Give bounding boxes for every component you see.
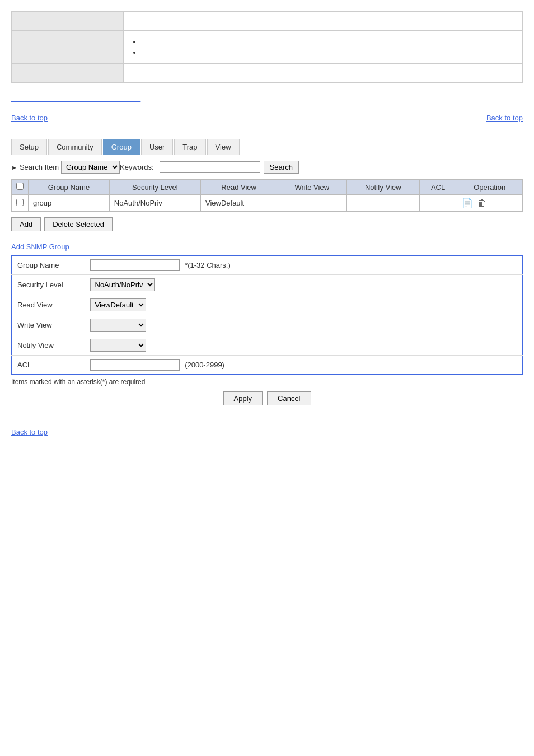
form-row-write-view: Write View ViewDefault <box>12 315 523 335</box>
row-operation: 📄 🗑 <box>457 195 522 212</box>
search-item-label: Search Item <box>20 163 59 171</box>
form-label-write-view: Write View <box>12 315 85 335</box>
search-bar: ► Search Item Group Name Keywords: Searc… <box>11 161 523 174</box>
add-snmp-group-section: Add SNMP Group Group Name *(1-32 Chars.)… <box>11 242 523 405</box>
back-to-top-right[interactable]: Back to top <box>486 114 523 122</box>
keywords-label: Keywords: <box>120 163 154 171</box>
col-security-level: Security Level <box>109 180 200 195</box>
edit-icon[interactable]: 📄 <box>462 198 473 208</box>
acl-input[interactable] <box>90 359 180 371</box>
form-label-acl: ACL <box>12 356 85 375</box>
security-level-select[interactable]: NoAuth/NoPriv Auth/NoPriv Auth/Priv <box>90 278 155 291</box>
write-view-select[interactable]: ViewDefault <box>90 319 146 332</box>
delete-selected-button[interactable]: Delete Selected <box>44 217 113 231</box>
form-row-read-view: Read View ViewDefault <box>12 295 523 315</box>
info-table <box>11 11 523 83</box>
form-label-notify-view: Notify View <box>12 335 85 356</box>
table-action-buttons: Add Delete Selected <box>11 217 523 231</box>
col-write-view: Write View <box>277 180 347 195</box>
col-read-view: Read View <box>200 180 277 195</box>
apply-button[interactable]: Apply <box>223 391 263 405</box>
row-write-view <box>277 195 347 212</box>
row-checkbox-cell <box>12 195 29 212</box>
row-group-name: group <box>29 195 110 212</box>
acl-hint: (2000-2999) <box>185 361 224 369</box>
table-row: group NoAuth/NoPriv ViewDefault 📄 🗑 <box>12 195 523 212</box>
col-group-name: Group Name <box>29 180 110 195</box>
col-checkbox <box>12 180 29 195</box>
add-form-title: Add SNMP Group <box>11 242 523 251</box>
top-link[interactable]: ________________________________ <box>11 94 140 102</box>
form-label-security-level: Security Level <box>12 275 85 295</box>
cancel-button[interactable]: Cancel <box>267 391 311 405</box>
row-security-level: NoAuth/NoPriv <box>109 195 200 212</box>
row-notify-view <box>347 195 420 212</box>
col-operation: Operation <box>457 180 522 195</box>
row-read-view: ViewDefault <box>200 195 277 212</box>
group-table: Group Name Security Level Read View Writ… <box>11 179 523 212</box>
group-name-hint: *(1-32 Chars.) <box>185 261 231 269</box>
group-name-input[interactable] <box>90 259 180 271</box>
add-button[interactable]: Add <box>11 217 41 231</box>
row-checkbox[interactable] <box>16 199 24 206</box>
notify-view-select[interactable]: ViewDefault <box>90 339 146 352</box>
required-note: Items marked with an asterisk(*) are req… <box>11 378 523 386</box>
tab-community[interactable]: Community <box>48 139 102 155</box>
search-item-select[interactable]: Group Name <box>61 161 120 174</box>
form-row-security-level: Security Level NoAuth/NoPriv Auth/NoPriv… <box>12 275 523 295</box>
tab-setup[interactable]: Setup <box>11 139 47 155</box>
search-input[interactable] <box>160 161 260 173</box>
tab-view[interactable]: View <box>207 139 240 155</box>
back-to-top-left[interactable]: Back to top <box>11 114 48 122</box>
search-button[interactable]: Search <box>264 161 299 174</box>
delete-icon[interactable]: 🗑 <box>477 198 486 208</box>
form-label-group-name: Group Name <box>12 256 85 275</box>
tab-user[interactable]: User <box>141 139 173 155</box>
tab-bar: Setup Community Group User Trap View <box>11 139 523 155</box>
read-view-select[interactable]: ViewDefault <box>90 298 146 311</box>
form-buttons: Apply Cancel <box>11 391 523 405</box>
add-form-table: Group Name *(1-32 Chars.) Security Level… <box>11 255 523 375</box>
back-to-top-bottom[interactable]: Back to top <box>11 428 48 436</box>
search-arrow-icon: ► <box>11 164 17 171</box>
row-acl <box>419 195 457 212</box>
col-notify-view: Notify View <box>347 180 420 195</box>
select-all-checkbox[interactable] <box>16 183 24 190</box>
form-label-read-view: Read View <box>12 295 85 315</box>
top-links-bar: Back to top Back to top <box>11 114 523 122</box>
form-row-acl: ACL (2000-2999) <box>12 356 523 375</box>
form-row-group-name: Group Name *(1-32 Chars.) <box>12 256 523 275</box>
form-row-notify-view: Notify View ViewDefault <box>12 335 523 356</box>
tab-group[interactable]: Group <box>103 139 140 155</box>
tab-trap[interactable]: Trap <box>174 139 205 155</box>
col-acl: ACL <box>419 180 457 195</box>
